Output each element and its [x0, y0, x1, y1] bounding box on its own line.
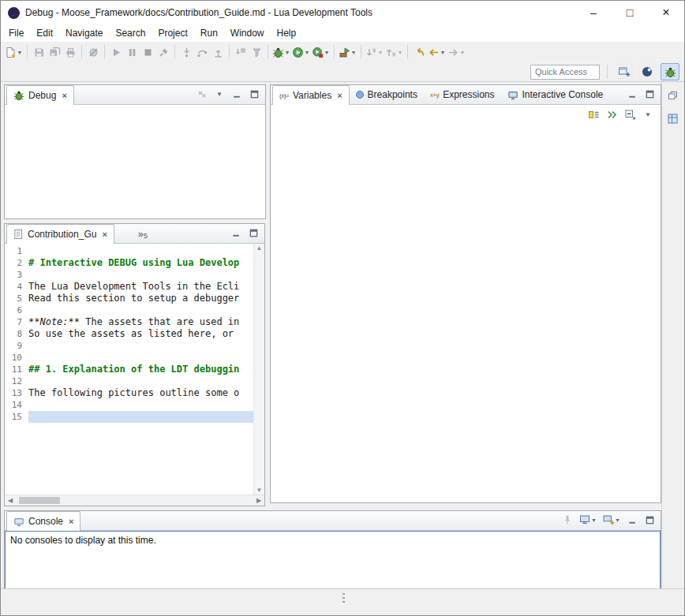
remove-terminated-button[interactable] — [194, 86, 210, 102]
window-maximize-button[interactable]: □ — [612, 1, 648, 24]
window-close-button[interactable]: × — [648, 1, 684, 24]
editor-line[interactable]: 12 — [5, 375, 253, 387]
scrollbar-thumb[interactable] — [19, 497, 60, 504]
editor-horizontal-scrollbar[interactable]: ◀ ▶ — [5, 495, 264, 506]
tab-console[interactable]: Console × — [6, 511, 80, 531]
debug-perspective-button[interactable] — [661, 63, 679, 80]
maximize-view-button[interactable] — [246, 86, 262, 102]
save-button[interactable] — [31, 43, 47, 61]
step-return-button[interactable] — [210, 43, 226, 61]
open-perspective-button[interactable] — [615, 63, 634, 80]
tab-contribution-guide[interactable]: Contribution_Gu × — [6, 224, 114, 244]
forward-button[interactable]: ▼ — [447, 43, 466, 61]
editor-line[interactable]: 11## 1. Explanation of the LDT debuggin — [5, 364, 253, 375]
close-icon[interactable]: × — [69, 517, 73, 526]
editor-line[interactable]: 10 — [5, 352, 253, 364]
window-minimize-button[interactable]: – — [575, 1, 612, 24]
step-over-button[interactable] — [194, 43, 210, 61]
display-console-button[interactable]: ▼ — [577, 512, 599, 528]
editor-lines[interactable]: 12# Interactive DEBUG using Lua Develop3… — [5, 244, 253, 495]
editor-view: Contribution_Gu × »5 12# Interactive DEB… — [4, 223, 265, 506]
scroll-left-icon: ◀ — [5, 497, 16, 504]
hidden-editors-chevron[interactable]: »5 — [138, 228, 148, 240]
save-icon — [33, 47, 45, 58]
menu-edit[interactable]: Edit — [30, 24, 59, 42]
back-button[interactable]: ▼ — [427, 43, 447, 61]
debug-button[interactable]: ▼ — [271, 43, 291, 61]
editor-line[interactable]: 4The Lua Development Tools in the Ecli — [5, 281, 253, 293]
editor-line[interactable]: 8So use the assets as listed here, or — [5, 328, 253, 340]
editor-line[interactable]: 2# Interactive DEBUG using Lua Develop — [5, 257, 253, 269]
view-menu-button[interactable]: ▼ — [211, 86, 227, 102]
terminate-button[interactable] — [140, 43, 155, 61]
trim-drag-handle[interactable] — [342, 593, 345, 603]
tab-interactive-console[interactable]: Interactive Console — [501, 85, 610, 104]
open-console-button[interactable]: ▼ — [601, 512, 623, 528]
disconnect-button[interactable] — [155, 43, 171, 61]
minimize-view-button[interactable] — [228, 225, 244, 241]
editor-line[interactable]: 7**Note:** The assets that are used in — [5, 316, 253, 328]
variables-view-content[interactable] — [271, 124, 661, 502]
tab-variables[interactable]: (x)= Variables × — [272, 85, 350, 105]
lua-perspective-button[interactable] — [638, 63, 657, 80]
editor-line[interactable]: 15 — [5, 411, 253, 423]
menu-window[interactable]: Window — [224, 24, 271, 42]
drop-to-frame-button[interactable] — [233, 43, 249, 61]
editor-vertical-scrollbar[interactable]: ▲ ▼ — [253, 244, 264, 495]
new-wizard-button[interactable]: ▼ — [4, 43, 24, 61]
tab-breakpoints[interactable]: Breakpoints — [350, 85, 424, 104]
print-button[interactable] — [62, 43, 78, 61]
maximize-view-button[interactable] — [642, 512, 657, 528]
restore-minimized-views-button[interactable] — [665, 88, 681, 103]
editor-line[interactable]: 1 — [5, 245, 253, 257]
editor-line[interactable]: 14 — [5, 399, 253, 411]
menu-file[interactable]: File — [2, 24, 30, 42]
menu-run[interactable]: Run — [194, 24, 224, 42]
editor-line[interactable]: 5Read this section to setup a debugger — [5, 293, 253, 304]
view-menu-button[interactable]: ▼ — [640, 106, 656, 122]
skip-all-breakpoints-button[interactable] — [85, 43, 101, 61]
quick-access-input[interactable] — [530, 65, 600, 80]
collapse-all-button[interactable] — [622, 106, 638, 122]
next-annotation-button[interactable]: ▼ — [365, 43, 384, 61]
console-content[interactable]: No consoles to display at this time. — [5, 531, 661, 589]
menu-navigate[interactable]: Navigate — [59, 24, 109, 42]
minimize-view-button[interactable] — [229, 86, 245, 102]
menu-project[interactable]: Project — [152, 24, 193, 42]
close-icon[interactable]: × — [102, 230, 107, 239]
line-number: 14 — [5, 399, 28, 411]
scrollbar-track[interactable] — [16, 495, 253, 506]
menu-search[interactable]: Search — [109, 24, 152, 42]
minimize-view-button[interactable] — [624, 512, 640, 528]
tab-expressions[interactable]: x+y Expressions — [424, 85, 501, 104]
use-step-filters-button[interactable] — [249, 43, 264, 61]
previous-annotation-button[interactable]: ▼ — [384, 43, 404, 61]
variables-view-toolbar: ▼ — [271, 105, 661, 124]
suspend-button[interactable] — [124, 43, 140, 61]
step-into-button[interactable] — [178, 43, 194, 61]
expand-all-button[interactable] — [604, 106, 619, 122]
coverage-button[interactable]: ▼ — [311, 43, 331, 61]
pin-console-button[interactable] — [560, 512, 575, 528]
editor-line[interactable]: 9 — [5, 340, 253, 352]
tab-debug[interactable]: Debug × — [6, 85, 74, 105]
hidden-editors-count: 5 — [144, 232, 148, 240]
resume-button[interactable] — [108, 43, 124, 61]
debug-view-content[interactable] — [5, 105, 265, 218]
show-logical-structures-button[interactable] — [586, 106, 601, 122]
variables-view-window-buttons — [624, 86, 661, 103]
menu-help[interactable]: Help — [271, 24, 303, 42]
editor-line[interactable]: 6 — [5, 304, 253, 316]
close-icon[interactable]: × — [62, 91, 66, 100]
minimized-view-button[interactable] — [665, 110, 681, 126]
maximize-view-button[interactable] — [642, 86, 657, 102]
external-tools-button[interactable]: ▼ — [338, 43, 357, 61]
minimize-view-button[interactable] — [624, 86, 640, 102]
maximize-view-button[interactable] — [245, 225, 261, 241]
close-icon[interactable]: × — [337, 91, 342, 100]
editor-line[interactable]: 3 — [5, 269, 253, 281]
save-all-button[interactable] — [47, 43, 62, 61]
last-edit-location-button[interactable] — [411, 43, 427, 61]
editor-line[interactable]: 13The following pictures outline some o — [5, 387, 253, 399]
run-button[interactable]: ▼ — [291, 43, 311, 61]
